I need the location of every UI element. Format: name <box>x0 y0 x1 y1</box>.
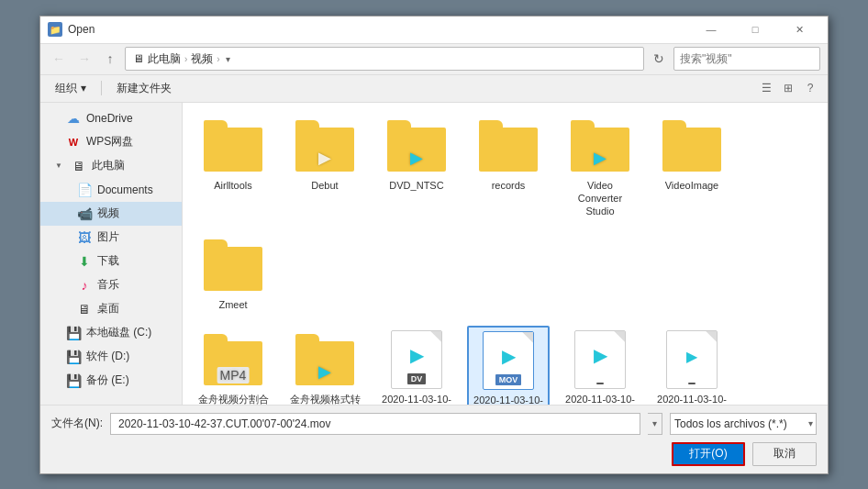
sidebar-item-desktop[interactable]: 🖥 桌面 <box>40 297 182 321</box>
folder-icon: ▶ <box>295 330 354 389</box>
mp4-file-icon: ▶ <box>574 330 626 389</box>
address-icon: 🖥 <box>133 52 144 65</box>
sidebar-item-thispc[interactable]: ▼ 🖥 此电脑 <box>40 154 182 178</box>
mp4-file-icon2: ▶ <box>666 330 718 389</box>
list-item[interactable]: Airlltools <box>192 112 274 223</box>
sidebar-item-videos[interactable]: 📹 视频 <box>40 202 182 226</box>
close-button[interactable]: ✕ <box>778 16 820 43</box>
dv-file-icon: ▶ DV <box>391 330 442 389</box>
address-sep1: › <box>184 54 187 64</box>
list-item[interactable]: ▶ 2020-11-03-10-42-37.CUT.00'07-00'24.mp… <box>559 326 641 405</box>
search-box: 🔍 <box>673 47 820 71</box>
file-area: Airlltools ▶ Debut <box>183 103 828 405</box>
file-grid-row1: Airlltools ▶ Debut <box>192 112 818 317</box>
file-grid-row2: MP4 金舟视频分割合并软件 ▶ 金舟视频格式转换器 <box>192 326 818 405</box>
title-bar: 📁 Open — □ ✕ <box>40 17 828 44</box>
play-overlay: ▶ <box>318 361 331 382</box>
view-list-button[interactable]: ☰ <box>756 78 776 98</box>
forward-button[interactable]: → <box>73 48 95 70</box>
folder-icon <box>662 117 721 175</box>
file-name: records <box>492 179 526 192</box>
file-name: Debut <box>311 179 338 192</box>
list-item[interactable]: MP4 金舟视频分割合并软件 <box>192 326 274 405</box>
refresh-button[interactable]: ↻ <box>648 48 670 70</box>
list-item[interactable]: ▶ DVD_NTSC <box>375 112 458 223</box>
sidebar-label-downloads: 下载 <box>97 253 119 269</box>
play-icon: ▶ <box>594 344 607 366</box>
sidebar: ☁ OneDrive W WPS网盘 ▼ 🖥 此电脑 📄 Documents 📹 <box>40 103 183 405</box>
view-details-button[interactable]: ⊞ <box>778 78 798 98</box>
list-item[interactable]: ▶ DV 2020-11-03-10-42-37.CUT.00'07-00'24… <box>375 326 458 405</box>
address-part1: 此电脑 <box>148 51 181 67</box>
filename-dropdown-button[interactable]: ▾ <box>648 413 662 435</box>
secondary-toolbar: 组织 ▾ 新建文件夹 ☰ ⊞ ? <box>40 75 828 103</box>
filename-input[interactable] <box>110 413 640 435</box>
folder-icon <box>204 117 262 175</box>
pc-icon: 🖥 <box>72 159 86 173</box>
title-bar-left: 📁 Open <box>48 22 95 37</box>
list-item[interactable]: ▶ 金舟视频格式转换器 <box>284 326 366 405</box>
file-name: 2020-11-03-10-42-37.CUT.00'07-00'24_00.0… <box>655 393 729 405</box>
file-name: VideoImage <box>665 179 719 192</box>
address-bar[interactable]: 🖥 此电脑 › 视频 › ▾ <box>125 47 644 71</box>
new-folder-button[interactable]: 新建文件夹 <box>109 78 179 98</box>
folder-icon <box>204 236 262 295</box>
cancel-button[interactable]: 取消 <box>752 442 817 466</box>
mp4-badge <box>596 383 604 384</box>
title-bar-controls: — □ ✕ <box>690 16 820 43</box>
sidebar-item-localc[interactable]: 💾 本地磁盘 (C:) <box>40 321 182 345</box>
list-item[interactable]: records <box>467 112 550 223</box>
file-name: 2020-11-03-10-42-37.CUT.00'07-00'24.mov <box>473 394 544 405</box>
folder-icon: ▶ <box>571 117 629 175</box>
sidebar-item-wps[interactable]: W WPS网盘 <box>40 130 182 154</box>
back-button[interactable]: ← <box>48 48 70 70</box>
filetype-select[interactable]: Todos los archivos (*.*) <box>670 413 817 435</box>
sidebar-label-videos: 视频 <box>97 206 119 221</box>
bottom-buttons: 打开(O) 取消 <box>51 442 817 466</box>
sidebar-item-softd[interactable]: 💾 软件 (D:) <box>40 345 182 369</box>
mov-file-icon: ▶ MOV <box>483 331 534 390</box>
sidebar-label-localc: 本地磁盘 (C:) <box>86 325 151 340</box>
folder-icon: MP4 <box>204 330 262 389</box>
dv-badge: DV <box>407 373 427 384</box>
videos-icon: 📹 <box>77 206 92 221</box>
folder-shape: ▶ <box>387 120 446 172</box>
folder-shape <box>662 120 721 172</box>
expand-icon: ▼ <box>55 161 66 170</box>
file-type-icon: ▶ <box>571 330 629 389</box>
list-item[interactable]: ▶ MOV 2020-11-03-10-42-37.CUT.00'07-00'2… <box>467 326 550 405</box>
sidebar-item-downloads[interactable]: ⬇ 下载 <box>40 250 182 273</box>
sidebar-item-backupe[interactable]: 💾 备份 (E:) <box>40 369 182 393</box>
wps-icon: W <box>66 135 81 150</box>
sidebar-item-documents[interactable]: 📄 Documents <box>40 178 182 202</box>
organize-label: 组织 <box>55 81 77 96</box>
maximize-button[interactable]: □ <box>734 16 776 43</box>
dialog-icon: 📁 <box>48 22 62 37</box>
open-button[interactable]: 打开(O) <box>672 442 745 466</box>
list-item[interactable]: VideoImage <box>651 112 733 223</box>
mp4-badge <box>688 383 696 384</box>
cloud-icon: ☁ <box>66 111 81 126</box>
music-icon: ♪ <box>77 278 92 293</box>
file-name: Airlltools <box>214 179 252 192</box>
minimize-button[interactable]: — <box>690 16 732 43</box>
harddisk-e-icon: 💾 <box>66 373 81 388</box>
view-help-button[interactable]: ? <box>800 78 820 98</box>
search-input[interactable] <box>674 52 820 65</box>
list-item[interactable]: ▶ 2020-11-03-10-42-37.CUT.00'07-00'24_00… <box>651 326 733 405</box>
up-button[interactable]: ↑ <box>99 48 121 70</box>
file-name: 金舟视频分割合并软件 <box>196 393 270 405</box>
play-overlay: ▶ <box>410 148 423 168</box>
list-item[interactable]: ▶ VideoConverterStudio <box>559 112 641 223</box>
toolbar-separator <box>101 81 102 95</box>
list-item[interactable]: ▶ Debut <box>284 112 366 223</box>
folder-shape: ▶ <box>295 334 354 385</box>
organize-button[interactable]: 组织 ▾ <box>48 78 94 98</box>
sidebar-item-onedrive[interactable]: ☁ OneDrive <box>40 106 182 130</box>
play-icon: ▶ <box>410 344 424 366</box>
list-item[interactable]: Zmeet <box>192 231 274 316</box>
sidebar-item-music[interactable]: ♪ 音乐 <box>40 273 182 297</box>
sidebar-item-pictures[interactable]: 🖼 图片 <box>40 226 182 250</box>
folder-icon: ▶ <box>387 117 446 175</box>
open-dialog: 📁 Open — □ ✕ ← → ↑ 🖥 此电脑 › 视频 › ▾ ↻ 🔍 组织 <box>39 16 829 474</box>
